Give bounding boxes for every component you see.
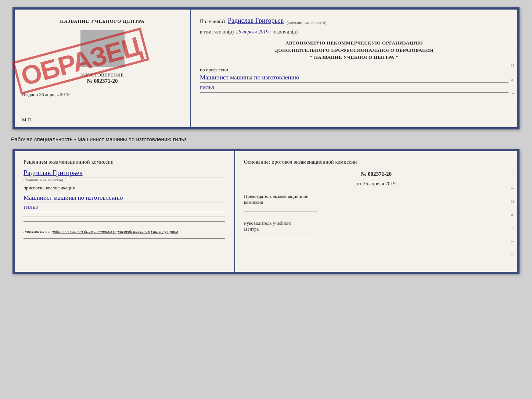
side-dash-2: – — [511, 35, 516, 40]
org-block: АВТОНОМНУЮ НЕКОММЕРЧЕСКУЮ ОРГАНИЗАЦИЮ ДО… — [200, 39, 508, 61]
ot-date-line: от 26 апреля 2019 — [244, 181, 508, 187]
vtom-line: в том, что он(а) 26 апреля 2019г. окончи… — [200, 29, 508, 35]
poluchil-line: Получил(а) Радислав Григорьев (фамилия, … — [200, 17, 508, 25]
resheniye-text: Решением экзаменационной комиссии — [24, 159, 225, 165]
brs-dash-9: – — [511, 264, 516, 270]
org-name-line: " НАЗВАНИЕ УЧЕБНОГО ЦЕНТРА " — [200, 54, 508, 61]
profession-handwritten-1: Машинист машины по изготовлению — [200, 74, 508, 82]
brs-dash-4: И — [511, 198, 516, 204]
qual-line-4 — [24, 221, 225, 222]
profession-block: по профессии Машинист машины по изготовл… — [200, 67, 508, 93]
brs-dash-10: – — [511, 278, 516, 284]
side-dash-7: – — [511, 104, 516, 110]
brs-dash-7: – — [511, 238, 516, 244]
brs-dash-2: – — [511, 172, 516, 178]
recipient-name: Радислав Григорьев — [228, 17, 284, 25]
org-line1: АВТОНОМНУЮ НЕКОММЕРЧЕСКУЮ ОРГАНИЗАЦИЮ — [200, 39, 508, 47]
protocol-number: № 002371-20 — [244, 171, 508, 177]
vydano-label: Выдано — [22, 92, 38, 97]
side-dash-1: – — [511, 21, 516, 26]
profession-line-2 — [200, 92, 508, 93]
predsedatel-block: Председатель экзаменационной комиссии — [244, 193, 508, 211]
qual-line-3 — [24, 217, 225, 217]
bottom-doc-right: Основание: протокол экзаменационной коми… — [235, 151, 517, 272]
brs-dash-6: ← — [511, 225, 516, 231]
udostoverenie-label: УДОСТОВЕРЕНИЕ — [81, 72, 124, 78]
rukovoditel-block: Руководитель учебного Центра — [244, 220, 508, 238]
brs-dash-5: а — [511, 211, 516, 217]
okonchil-label: окончил(а) — [274, 29, 298, 35]
dopuskaetsya-underline: работе согласно должностным (производств… — [51, 229, 178, 234]
org-line2: ДОПОЛНИТЕЛЬНОГО ПРОФЕССИОНАЛЬНОГО ОБРАЗО… — [200, 47, 508, 54]
mp-line: М.П. — [22, 117, 32, 123]
profession-line-1 — [200, 82, 508, 83]
qualification-hand-1: Машинист машины по изготовлению — [24, 194, 225, 202]
poluchil-label: Получил(а) — [200, 19, 225, 25]
fio-hint: (фамилия, имя, отчество) — [287, 21, 326, 25]
vydano-date: 26 апреля 2019 — [39, 92, 70, 97]
vtom-prefix: в том, что он(а) — [200, 29, 234, 35]
brs-dash-3: – — [511, 185, 516, 191]
bottom-person-name: Радислав Григорьев (фамилия, имя, отчест… — [24, 168, 225, 182]
qualification-hand-2: гильз — [24, 203, 225, 211]
side-dash-5: а — [511, 76, 516, 82]
rukovoditel-label1: Руководитель учебного — [244, 220, 508, 226]
dopuskaetsya-block: допускается к работе согласно должностны… — [24, 229, 225, 235]
brs-dash-8: – — [511, 251, 516, 257]
predsedatel-label2: комиссии — [244, 199, 508, 205]
predsedatel-signature-line — [244, 211, 317, 211]
ot-prefix: от — [357, 181, 362, 186]
brs-dash-1: – — [511, 158, 516, 164]
po-professii-label: по профессии — [200, 67, 508, 73]
side-dash-3: – — [511, 49, 516, 54]
bottom-document: Решением экзаменационной комиссии Радисл… — [12, 149, 520, 274]
org-name: НАЗВАНИЕ УЧЕБНОГО ЦЕНТРА — [314, 54, 395, 60]
person-name-handwritten: Радислав Григорьев — [24, 169, 225, 177]
side-dash-6: ← — [511, 90, 516, 96]
org-quote-open: " — [310, 54, 313, 60]
osnovaniye-title: Основание: протокол экзаменационной коми… — [244, 159, 508, 165]
photo-placeholder — [80, 30, 125, 67]
top-doc-left: НАЗВАНИЕ УЧЕБНОГО ЦЕНТРА УДОСТОВЕРЕНИЕ №… — [15, 10, 191, 127]
udostoverenie-block: УДОСТОВЕРЕНИЕ № 002371-20 — [81, 72, 124, 84]
qual-line-2 — [24, 212, 225, 212]
bottom-doc-left: Решением экзаменационной комиссии Радисл… — [15, 151, 235, 272]
dopuskaetsya-prefix: допускается к — [24, 229, 50, 234]
profession-handwritten-2: гильз — [200, 83, 508, 92]
side-dash-8: – — [511, 118, 516, 124]
dopusk-line — [24, 238, 225, 239]
qualification-block: Машинист машины по изготовлению гильз — [24, 194, 225, 222]
side-dash-4: И — [511, 63, 516, 68]
rukovoditel-label2: Центра — [244, 226, 508, 232]
predsedatel-label1: Председатель экзаменационной — [244, 193, 508, 199]
top-left-title: НАЗВАНИЕ УЧЕБНОГО ЦЕНТРА — [60, 18, 145, 24]
bottom-fio-hint: (фамилия, имя, отчество) — [24, 178, 225, 182]
prisvoyena-label: присвоена квалификация — [24, 185, 225, 191]
dash-1: – — [330, 19, 332, 25]
side-dashes-top: – – – И а ← – – — [511, 21, 517, 124]
ot-date-value: 26 апреля 2019 — [363, 181, 396, 186]
udostoverenie-number: № 002371-20 — [81, 78, 124, 84]
rukovoditel-signature-line — [244, 238, 317, 238]
top-doc-right: Получил(а) Радислав Григорьев (фамилия, … — [191, 10, 517, 127]
bottom-right-side-strip: – – – И а ← – – – – — [511, 158, 517, 284]
vydano-line: Выдано 26 апреля 2019 — [22, 92, 69, 97]
org-quote-close: " — [396, 54, 399, 60]
vtom-date: 26 апреля 2019г. — [236, 29, 272, 35]
top-document: НАЗВАНИЕ УЧЕБНОГО ЦЕНТРА УДОСТОВЕРЕНИЕ №… — [12, 7, 520, 129]
specialty-label: Рабочая специальность - Машинист машины … — [7, 136, 187, 142]
